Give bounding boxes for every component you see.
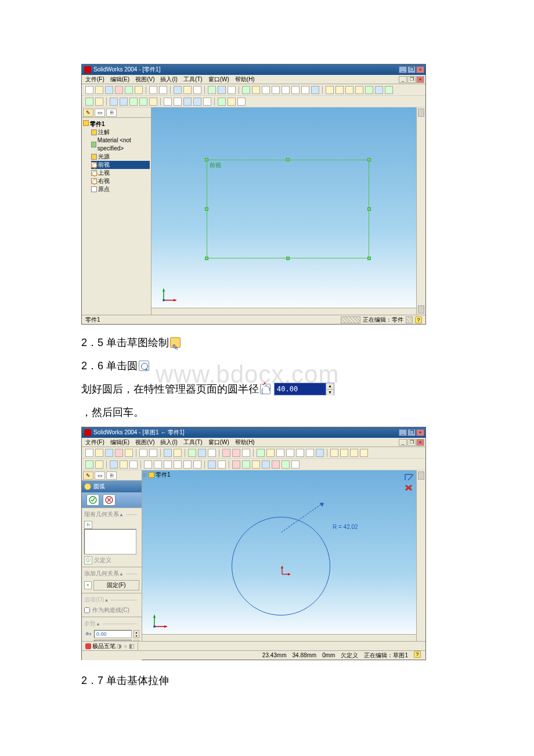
scrollbar-button[interactable] xyxy=(418,109,424,117)
collapse-icon[interactable]: ▲ xyxy=(119,512,124,517)
sweep-icon[interactable] xyxy=(120,98,128,106)
rebuild-icon[interactable] xyxy=(164,449,172,457)
handle-icon[interactable] xyxy=(367,158,371,161)
snap-icon[interactable] xyxy=(198,449,206,457)
mdi-minimize-button[interactable]: _ xyxy=(399,439,407,446)
undo-icon[interactable] xyxy=(139,449,147,457)
scrollbar-button[interactable] xyxy=(418,305,424,314)
menu-edit[interactable]: 编辑(E) xyxy=(110,438,129,447)
hole-wizard-icon[interactable] xyxy=(218,98,226,106)
equal-icon[interactable] xyxy=(272,460,280,469)
handle-icon[interactable] xyxy=(205,257,208,260)
line-tool-icon[interactable] xyxy=(144,460,152,469)
cut-icon[interactable] xyxy=(135,86,143,94)
shadow-icon[interactable] xyxy=(311,86,319,94)
open-icon[interactable] xyxy=(95,449,103,457)
vertical-scrollbar[interactable] xyxy=(416,470,425,650)
pan-icon[interactable] xyxy=(316,449,324,457)
cancel-sketch-icon[interactable] xyxy=(403,483,414,492)
spinner-control[interactable]: ▲▼ xyxy=(134,630,139,638)
menu-help[interactable]: 帮助(H) xyxy=(235,75,255,84)
tree-item-annotation[interactable]: 注解 xyxy=(91,128,150,136)
shaded-edges-icon[interactable] xyxy=(355,86,363,94)
scrollbar-button[interactable] xyxy=(418,471,424,480)
spinner-control[interactable]: ▲▼ xyxy=(326,383,334,395)
mdi-minimize-button[interactable]: _ xyxy=(399,76,407,83)
mdi-restore-button[interactable]: ❐ xyxy=(407,439,416,446)
fillet-icon[interactable] xyxy=(129,98,138,106)
arc-icon[interactable] xyxy=(174,460,182,469)
construction-checkbox[interactable]: 作为构造线(C) xyxy=(84,606,139,614)
zoom-fit-icon[interactable] xyxy=(262,86,270,94)
handle-icon[interactable] xyxy=(367,207,371,211)
grid-icon[interactable] xyxy=(208,86,216,94)
zoom-out-icon[interactable] xyxy=(296,449,304,457)
curve-icon[interactable] xyxy=(237,98,246,106)
handle-icon[interactable] xyxy=(286,257,290,260)
help-icon[interactable]: ? xyxy=(414,651,421,658)
mdi-restore-button[interactable]: ❐ xyxy=(407,76,416,83)
circular-pattern-icon[interactable] xyxy=(193,98,201,106)
exit-sketch-icon[interactable] xyxy=(403,473,414,482)
zoom-icon[interactable] xyxy=(252,86,260,94)
close-button[interactable]: × xyxy=(416,429,424,436)
zoom-icon[interactable] xyxy=(266,449,275,457)
extend-icon[interactable] xyxy=(218,460,226,469)
extrude-icon[interactable] xyxy=(85,98,93,106)
section-icon[interactable] xyxy=(365,86,373,94)
param-cx-value[interactable]: 0.00 xyxy=(94,630,132,638)
coincident-icon[interactable] xyxy=(252,460,260,469)
maximize-button[interactable]: ❐ xyxy=(407,66,416,73)
rotate-icon[interactable] xyxy=(306,449,314,457)
tangent-icon[interactable] xyxy=(262,460,270,469)
view-icon[interactable] xyxy=(242,86,250,94)
realview-icon[interactable] xyxy=(375,86,383,94)
reference-icon[interactable] xyxy=(228,98,236,106)
spline-icon[interactable] xyxy=(183,460,192,469)
cut-icon[interactable] xyxy=(125,449,133,457)
rib-icon[interactable] xyxy=(164,98,172,106)
grid-icon[interactable] xyxy=(188,449,196,457)
minimize-button[interactable]: _ xyxy=(399,429,407,436)
viewport-2[interactable]: ⊞ 零件1 R = 42.02 xyxy=(142,470,416,641)
pm-cancel-button[interactable] xyxy=(103,494,116,506)
menu-view[interactable]: 视图(V) xyxy=(135,438,154,447)
shell-icon[interactable] xyxy=(149,98,157,106)
config-tab[interactable]: ⎘ xyxy=(106,471,117,480)
redo-icon[interactable] xyxy=(149,449,157,457)
help-icon[interactable] xyxy=(208,449,216,457)
zoom-out-icon[interactable] xyxy=(282,86,290,94)
wireframe-icon[interactable] xyxy=(326,86,334,94)
tree-item-material[interactable]: Material <not specified> xyxy=(91,136,150,153)
mirror-icon[interactable] xyxy=(203,98,211,106)
rebuild-icon[interactable] xyxy=(174,86,182,94)
property-tab[interactable]: ▭ xyxy=(95,109,105,117)
menu-help[interactable]: 帮助(H) xyxy=(235,438,255,447)
help-icon[interactable] xyxy=(228,86,236,94)
horizontal-relation-icon[interactable] xyxy=(232,460,240,469)
hidden-lines-icon[interactable] xyxy=(335,86,344,94)
viewport-1[interactable]: 前视 xyxy=(151,107,416,315)
draft-icon[interactable] xyxy=(174,98,182,106)
sketch-pencil-icon[interactable] xyxy=(110,460,118,469)
maximize-button[interactable]: ❐ xyxy=(407,429,416,436)
save-icon[interactable] xyxy=(105,449,113,457)
handle-icon[interactable] xyxy=(286,158,290,161)
vertical-scrollbar[interactable] xyxy=(416,107,425,315)
collapse-icon[interactable]: ▲ xyxy=(119,571,124,577)
collapse-icon[interactable]: ▲ xyxy=(96,621,100,627)
red-icon[interactable] xyxy=(232,449,240,457)
handle-icon[interactable] xyxy=(205,207,208,211)
vertical-relation-icon[interactable] xyxy=(242,460,250,469)
menu-insert[interactable]: 插入(I) xyxy=(160,75,177,84)
radius-input[interactable] xyxy=(275,383,326,395)
feature-tree-tab[interactable]: ✎ xyxy=(83,109,93,117)
print-icon[interactable] xyxy=(115,86,123,94)
shaded-icon[interactable] xyxy=(345,86,353,94)
zoom-fit-icon[interactable] xyxy=(276,449,284,457)
relations-list[interactable] xyxy=(84,529,136,555)
menu-tools[interactable]: 工具(T) xyxy=(183,75,203,84)
menu-window[interactable]: 窗口(W) xyxy=(208,438,229,447)
help-icon[interactable]: ? xyxy=(415,316,422,323)
options-icon[interactable] xyxy=(193,86,201,94)
